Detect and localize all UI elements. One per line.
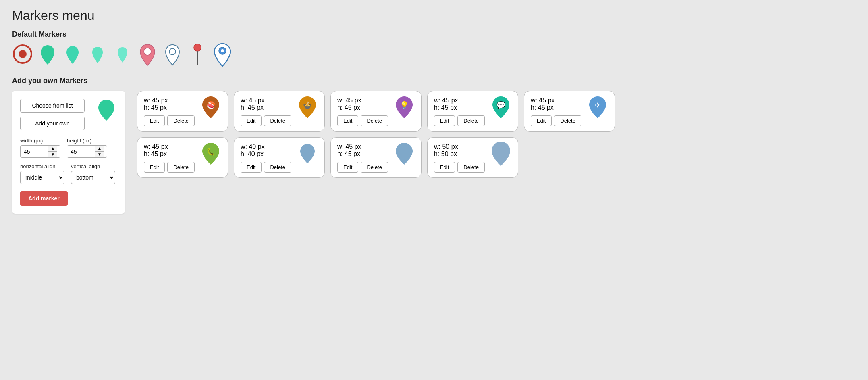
marker-card-7-height: h: 45 px [337,150,388,158]
marker-card-5-delete-btn[interactable]: Delete [167,162,195,173]
svg-point-1 [19,50,27,58]
marker-card-5-info: w: 45 px h: 45 px Edit Delete [144,143,195,173]
custom-markers-grid: w: 45 px h: 45 px Edit Delete 🍣 [137,91,856,178]
form-panel-inner: Choose from list Add your own width (px)… [20,99,117,206]
marker-card-3-info: w: 45 px h: 45 px Edit Delete [434,97,485,126]
form-panel: Choose from list Add your own width (px)… [12,91,125,214]
marker-card-8-width: w: 50 px [434,143,485,150]
marker-card-2-delete-btn[interactable]: Delete [361,115,388,126]
markers-row-1: w: 45 px h: 45 px Edit Delete 🐛 [137,137,856,178]
marker-card-8-delete-btn[interactable]: Delete [457,162,485,173]
svg-text:💬: 💬 [496,101,506,110]
marker-card-0-info: w: 45 px h: 45 px Edit Delete [144,97,195,126]
marker-card-4-delete-btn[interactable]: Delete [554,115,581,126]
marker-card-3-height: h: 45 px [434,104,485,111]
marker-card-7-delete-btn[interactable]: Delete [361,162,388,173]
halign-group: horizontal align middle left right [20,163,64,184]
width-down-btn[interactable]: ▼ [48,152,57,157]
width-input[interactable] [21,146,48,157]
default-marker-9[interactable] [212,44,233,65]
default-marker-8[interactable] [187,44,208,65]
height-down-btn[interactable]: ▼ [95,152,104,157]
height-input-wrap: ▲ ▼ [67,145,107,158]
marker-card-3: w: 45 px h: 45 px Edit Delete 💬 [427,91,518,132]
default-marker-5[interactable] [112,44,133,65]
marker-card-7-edit-btn[interactable]: Edit [337,162,358,173]
default-marker-4[interactable] [87,44,108,65]
marker-card-0-width: w: 45 px [144,97,195,104]
height-input[interactable] [67,146,95,157]
marker-card-0-delete-btn[interactable]: Delete [167,115,195,126]
choose-from-list-button[interactable]: Choose from list [20,99,85,113]
add-own-section: Choose from list Add your own width (px)… [12,91,856,214]
halign-label: horizontal align [20,163,64,169]
valign-label: vertical align [71,163,115,169]
marker-card-6-info: w: 40 px h: 40 px Edit Delete [241,143,291,173]
height-spinners: ▲ ▼ [95,146,104,157]
marker-card-0-edit-btn[interactable]: Edit [144,115,165,126]
marker-card-0: w: 45 px h: 45 px Edit Delete 🍣 [137,91,228,132]
marker-card-1-height: h: 45 px [241,104,291,111]
marker-card-6-delete-btn[interactable]: Delete [264,162,291,173]
svg-text:🐛: 🐛 [206,147,216,156]
valign-select[interactable]: bottom top middle [71,171,115,184]
marker-card-7: w: 45 px h: 45 px Edit Delete [330,137,422,178]
default-marker-6[interactable] [137,44,158,65]
marker-card-8-buttons: Edit Delete [434,162,485,173]
marker-card-8-height: h: 50 px [434,150,485,158]
marker-card-1: w: 45 px h: 45 px Edit Delete 🍲 [234,91,325,132]
default-marker-1[interactable] [12,44,33,65]
marker-card-0-buttons: Edit Delete [144,115,195,126]
marker-card-4-icon: ✈ [587,97,608,118]
page-title: Markers menu [12,8,856,23]
marker-card-5-icon: 🐛 [200,143,221,164]
marker-card-3-edit-btn[interactable]: Edit [434,115,455,126]
marker-card-8-edit-btn[interactable]: Edit [434,162,455,173]
marker-card-6-edit-btn[interactable]: Edit [241,162,262,173]
marker-card-1-width: w: 45 px [241,97,291,104]
marker-card-5-buttons: Edit Delete [144,162,195,173]
default-marker-2[interactable] [37,44,58,65]
align-row: horizontal align middle left right verti… [20,163,117,184]
marker-card-0-icon: 🍣 [200,97,221,118]
add-your-own-button[interactable]: Add your own [20,117,85,130]
marker-card-3-icon: 💬 [490,97,511,118]
marker-card-1-edit-btn[interactable]: Edit [241,115,262,126]
marker-card-4-info: w: 45 px h: 45 px Edit Delete [531,97,581,126]
marker-card-7-info: w: 45 px h: 45 px Edit Delete [337,143,388,173]
marker-card-5-edit-btn[interactable]: Edit [144,162,165,173]
halign-select[interactable]: middle left right [20,171,64,184]
marker-card-4-edit-btn[interactable]: Edit [531,115,552,126]
height-field-group: height (px) ▲ ▼ [67,138,107,158]
marker-card-8-info: w: 50 px h: 50 px Edit Delete [434,143,485,173]
width-spinners: ▲ ▼ [48,146,57,157]
width-up-btn[interactable]: ▲ [48,146,57,152]
marker-card-1-info: w: 45 px h: 45 px Edit Delete [241,97,291,126]
marker-card-4-buttons: Edit Delete [531,115,581,126]
svg-point-2 [144,48,151,55]
width-label: width (px) [20,138,60,144]
marker-card-2-edit-btn[interactable]: Edit [337,115,358,126]
default-marker-7[interactable] [162,44,183,65]
default-marker-3[interactable] [62,44,83,65]
marker-card-0-height: h: 45 px [144,104,195,111]
marker-card-4-width: w: 45 px [531,97,581,104]
marker-card-6-height: h: 40 px [241,150,291,158]
valign-group: vertical align bottom top middle [71,163,115,184]
add-own-heading: Add you own Markers [12,77,856,85]
marker-card-2-icon: 💡 [394,97,415,118]
marker-card-6-icon [297,143,318,164]
marker-card-7-buttons: Edit Delete [337,162,388,173]
add-marker-button[interactable]: Add marker [20,191,68,206]
width-field-group: width (px) ▲ ▼ [20,138,60,158]
svg-text:💡: 💡 [400,101,409,110]
marker-card-6-width: w: 40 px [241,143,291,150]
height-label: height (px) [67,138,107,144]
marker-card-2-height: h: 45 px [337,104,388,111]
marker-card-3-width: w: 45 px [434,97,485,104]
svg-text:✈: ✈ [594,101,600,109]
marker-card-1-delete-btn[interactable]: Delete [264,115,291,126]
height-up-btn[interactable]: ▲ [95,146,104,152]
marker-card-3-delete-btn[interactable]: Delete [457,115,485,126]
marker-card-5-height: h: 45 px [144,150,195,158]
